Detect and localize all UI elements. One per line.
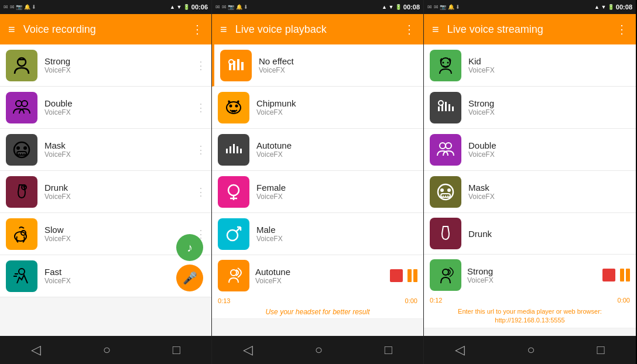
active-playback-bar: Autotune VoiceFX 0:13 0:00 Use your head… <box>212 255 423 319</box>
menu-icon-3[interactable]: ≡ <box>432 23 439 36</box>
active-streaming-bar: Strong VoiceFX 0:12 0:00 Enter this url … <box>424 255 636 328</box>
streaming-active-info: Strong VoiceFX <box>467 266 602 284</box>
svg-point-32 <box>228 185 239 195</box>
pause-button[interactable] <box>407 269 417 282</box>
effect-sub-chipmunk: VoiceFX <box>256 108 417 116</box>
effect-info-drunk-s: Drunk <box>468 229 630 239</box>
effect-sub-kid: VoiceFX <box>468 66 630 74</box>
svg-point-48 <box>439 101 443 105</box>
svg-rect-46 <box>448 104 450 111</box>
effect-list-container-1: Strong VoiceFX ⋮ Double VoiceFX ⋮ <box>0 44 211 336</box>
title-1: Voice recording <box>23 23 191 36</box>
effect-name-double-s: Double <box>468 140 630 150</box>
bottom-nav-1: ◁ ○ □ <box>0 336 211 364</box>
effect-icon-male <box>218 218 249 250</box>
more-icon-1[interactable]: ⋮ <box>191 22 203 36</box>
playback-time-start: 0:13 <box>218 297 230 304</box>
effect-item-drunk-s[interactable]: Drunk <box>424 213 636 255</box>
stream-stop-button[interactable] <box>602 269 615 281</box>
fab-mic-button[interactable]: 🎤 <box>176 265 203 291</box>
stream-pause-bar-2 <box>626 269 630 281</box>
svg-rect-47 <box>452 107 454 111</box>
fab-music-button[interactable]: ♪ <box>176 234 203 261</box>
effect-name-double: Double <box>44 98 196 108</box>
more-icon-3[interactable]: ⋮ <box>616 22 628 36</box>
effect-item-autotune[interactable]: Autotune VoiceFX <box>212 129 423 171</box>
effect-item-double[interactable]: Double VoiceFX ⋮ <box>0 87 211 129</box>
svg-rect-20 <box>241 62 244 70</box>
effect-item-double-s[interactable]: Double VoiceFX <box>424 129 636 171</box>
effect-item-strong[interactable]: Strong VoiceFX ⋮ <box>0 44 211 87</box>
recent-button-2[interactable]: □ <box>373 340 404 360</box>
effect-item-kid[interactable]: Kid VoiceFX <box>424 44 636 87</box>
effect-item-no-effect[interactable]: No effect VoiceFX <box>212 44 423 87</box>
effect-sub-female: VoiceFX <box>256 193 417 201</box>
svg-rect-27 <box>226 149 228 153</box>
back-button-3[interactable]: ◁ <box>443 340 477 360</box>
effect-name-drunk-s: Drunk <box>468 229 630 239</box>
menu-icon-1[interactable]: ≡ <box>8 23 15 36</box>
more-drunk[interactable]: ⋮ <box>196 187 206 197</box>
effect-item-drunk[interactable]: Drunk VoiceFX ⋮ <box>0 171 211 213</box>
status-bar-3: ✉ ✉ 📷 🔔 ⬇ ▲ ▼ 🔋 00:08 <box>424 0 636 14</box>
effect-icon-mask-s <box>430 176 461 208</box>
effect-icon-female <box>218 176 249 208</box>
svg-point-58 <box>443 269 448 275</box>
effect-icon-kid <box>430 50 461 81</box>
effect-item-male[interactable]: Male VoiceFX <box>212 213 423 255</box>
svg-point-14 <box>19 269 25 274</box>
effect-item-mask-s[interactable]: Mask VoiceFX <box>424 171 636 213</box>
effect-icon-drunk <box>6 176 37 208</box>
effect-sub-strong: VoiceFX <box>44 66 196 74</box>
recent-button-3[interactable]: □ <box>585 340 617 360</box>
toolbar-1: ≡ Voice recording ⋮ <box>0 14 211 44</box>
effect-name-drunk: Drunk <box>44 183 196 193</box>
recent-button-1[interactable]: □ <box>161 340 192 360</box>
more-icon-2[interactable]: ⋮ <box>403 22 415 36</box>
headset-notice: Use your headset for better result <box>212 305 423 318</box>
effect-item-mask[interactable]: Mask VoiceFX ⋮ <box>0 129 211 171</box>
effect-icon-mask <box>6 134 37 166</box>
streaming-control-group <box>602 269 630 281</box>
effect-item-female[interactable]: Female VoiceFX <box>212 171 423 213</box>
effect-info-mask: Mask VoiceFX <box>44 140 196 159</box>
status-icons-left-3: ✉ ✉ 📷 🔔 ⬇ <box>427 4 594 10</box>
effect-icon-chipmunk <box>218 92 249 123</box>
home-button-2[interactable]: ○ <box>303 340 334 360</box>
playback-row: Autotune VoiceFX <box>212 255 423 296</box>
more-mask[interactable]: ⋮ <box>196 145 206 155</box>
effect-name-mask: Mask <box>44 140 196 150</box>
stream-time-start: 0:12 <box>430 297 442 304</box>
back-button-2[interactable]: ◁ <box>231 340 265 360</box>
effect-icon-drunk-s <box>430 218 461 249</box>
svg-point-39 <box>231 270 237 276</box>
home-button-1[interactable]: ○ <box>91 340 122 360</box>
effect-sub-fast: VoiceFX <box>44 277 196 285</box>
music-fab-icon: ♪ <box>187 241 193 255</box>
effect-name-no-effect: No effect <box>259 56 417 66</box>
title-3: Live voice streaming <box>447 23 616 36</box>
effect-info-strong: Strong VoiceFX <box>44 56 196 74</box>
svg-rect-43 <box>438 107 440 111</box>
home-button-3[interactable]: ○ <box>515 340 546 360</box>
back-button-1[interactable]: ◁ <box>19 340 53 360</box>
effect-icon-autotune <box>218 134 249 166</box>
playback-active-icon <box>218 260 249 291</box>
effect-item-chipmunk[interactable]: Chipmunk VoiceFX <box>212 87 423 129</box>
stream-pause-button[interactable] <box>620 269 630 281</box>
more-strong[interactable]: ⋮ <box>196 60 206 71</box>
svg-point-41 <box>443 61 444 63</box>
more-double[interactable]: ⋮ <box>196 102 206 113</box>
svg-point-53 <box>447 188 451 192</box>
svg-point-24 <box>235 104 238 107</box>
effect-sub-no-effect: VoiceFX <box>259 66 417 74</box>
status-bar-right-2: ▲ ▼ 🔋 00:08 <box>382 4 420 11</box>
url-notice-text: Enter this url to your media player or w… <box>426 307 633 316</box>
status-time-1: 00:06 <box>191 4 208 11</box>
streaming-time-row: 0:12 0:00 <box>424 296 636 305</box>
menu-icon-2[interactable]: ≡ <box>220 23 227 36</box>
effect-item-strong-s[interactable]: Strong VoiceFX <box>424 87 636 129</box>
stop-button[interactable] <box>390 269 403 282</box>
effect-info-fast: Fast VoiceFX <box>44 267 196 285</box>
status-time-2: 00:08 <box>403 4 420 11</box>
